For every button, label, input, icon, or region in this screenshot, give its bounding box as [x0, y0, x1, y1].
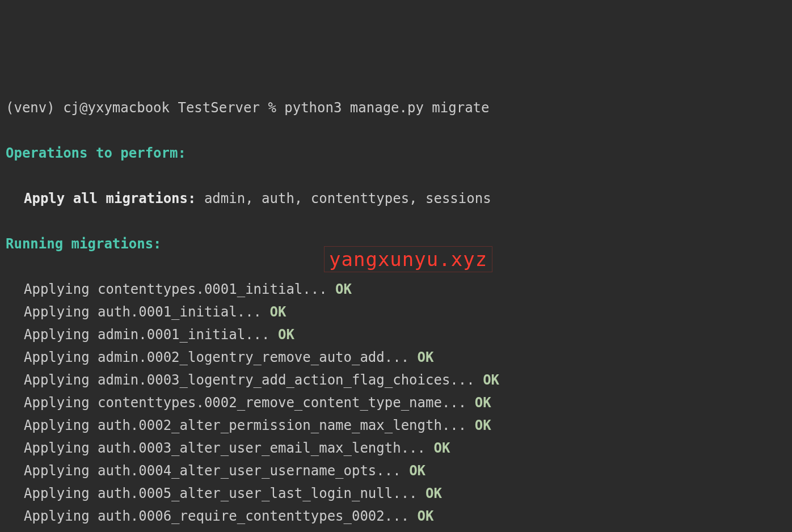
- ok-status: OK: [483, 372, 499, 388]
- migration-line: Applying auth.0004_alter_user_username_o…: [6, 459, 786, 482]
- migration-name: auth.0005_alter_user_last_login_null...: [98, 485, 426, 501]
- migration-name: contenttypes.0002_remove_content_type_na…: [98, 395, 475, 411]
- apply-all-label: Apply all migrations:: [24, 191, 196, 206]
- applying-prefix: Applying: [24, 281, 98, 297]
- applying-prefix: Applying: [24, 417, 98, 433]
- migration-name: admin.0003_logentry_add_action_flag_choi…: [98, 372, 483, 388]
- applying-prefix: Applying: [24, 304, 98, 320]
- migration-line: Applying contenttypes.0001_initial... OK: [6, 278, 786, 301]
- ok-status: OK: [475, 417, 491, 433]
- migration-line: Applying admin.0003_logentry_add_action_…: [6, 369, 786, 391]
- migration-name: auth.0001_initial...: [98, 304, 269, 320]
- ok-status: OK: [426, 485, 442, 501]
- migration-name: contenttypes.0001_initial...: [98, 281, 335, 297]
- migration-line: Applying auth.0006_require_contenttypes_…: [6, 505, 786, 527]
- running-migrations-header: Running migrations:: [6, 236, 162, 252]
- migration-name: auth.0004_alter_user_username_opts...: [98, 463, 409, 479]
- applying-prefix: Applying: [24, 372, 98, 388]
- ok-status: OK: [418, 349, 434, 365]
- ok-status: OK: [418, 508, 434, 524]
- ok-status: OK: [269, 304, 286, 320]
- migration-name: auth.0002_alter_permission_name_max_leng…: [98, 417, 475, 433]
- ok-status: OK: [409, 463, 426, 479]
- applying-prefix: Applying: [24, 508, 98, 524]
- migration-name: admin.0001_initial...: [98, 327, 278, 343]
- ok-status: OK: [433, 440, 450, 456]
- applying-prefix: Applying: [24, 440, 98, 456]
- ok-status: OK: [475, 395, 491, 411]
- terminal-prompt: (venv) cj@yxymacbook TestServer % python…: [6, 100, 490, 116]
- migrations-list: Applying contenttypes.0001_initial... OK…: [6, 278, 786, 532]
- migration-line: Applying auth.0005_alter_user_last_login…: [6, 482, 786, 505]
- migration-name: auth.0006_require_contenttypes_0002...: [98, 508, 418, 524]
- migration-line: Applying contenttypes.0002_remove_conten…: [6, 391, 786, 414]
- migration-name: admin.0002_logentry_remove_auto_add...: [98, 349, 418, 365]
- applying-prefix: Applying: [24, 485, 98, 501]
- migration-name: auth.0003_alter_user_email_max_length...: [98, 440, 433, 456]
- migration-line: Applying auth.0001_initial... OK: [6, 301, 786, 323]
- migration-line: Applying auth.0002_alter_permission_name…: [6, 414, 786, 437]
- migration-line: Applying auth.0003_alter_user_email_max_…: [6, 437, 786, 459]
- migration-line: Applying admin.0001_initial... OK: [6, 323, 786, 346]
- applying-prefix: Applying: [24, 349, 98, 365]
- operations-header: Operations to perform:: [6, 145, 186, 161]
- migration-line: Applying auth.0007_alter_validators_add_…: [6, 527, 786, 532]
- applying-prefix: Applying: [24, 327, 98, 343]
- ok-status: OK: [335, 281, 352, 297]
- applying-prefix: Applying: [24, 463, 98, 479]
- apply-all-list: admin, auth, contenttypes, sessions: [196, 191, 491, 206]
- migration-line: Applying admin.0002_logentry_remove_auto…: [6, 346, 786, 369]
- ok-status: OK: [278, 327, 294, 343]
- applying-prefix: Applying: [24, 395, 98, 411]
